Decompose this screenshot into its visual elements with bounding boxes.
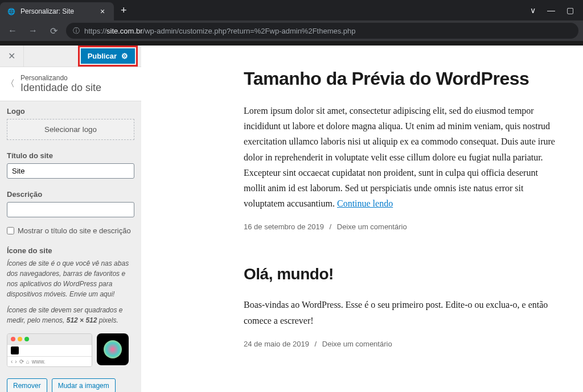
site-icon-label: Ícone do site xyxy=(7,246,134,255)
window-controls: ∨ — ▢ xyxy=(530,6,583,15)
tagline-label: Descrição xyxy=(7,190,134,199)
gear-icon[interactable]: ⚙ xyxy=(121,52,128,60)
post-body: Boas-vindas ao WordPress. Esse é o seu p… xyxy=(244,297,556,328)
customizer-sidebar: ✕ Publicar ⚙ 〈 Personalizando Identidade… xyxy=(0,46,141,392)
tagline-control: Descrição xyxy=(0,184,141,223)
site-icon-description-2: Ícones de site devem ser quadrados e med… xyxy=(7,305,134,325)
post-title[interactable]: Olá, mundo! xyxy=(244,265,556,283)
url-text: https://site.com.br/wp-admin/customize.p… xyxy=(84,27,356,35)
site-icon-preview: ‹ › ⟳ ⌂ www. xyxy=(7,331,134,367)
traffic-light-red-icon xyxy=(11,337,15,341)
section-title: Identidade do site xyxy=(20,82,101,94)
post-meta: 16 de setembro de 2019 / Deixe um coment… xyxy=(244,222,556,231)
site-icon-large-preview xyxy=(97,333,129,365)
tab-title: Personalizar: Site xyxy=(20,7,93,15)
site-title-input[interactable] xyxy=(7,163,134,179)
remove-icon-button[interactable]: Remover xyxy=(7,378,47,392)
post-comment-link[interactable]: Deixe um comentário xyxy=(337,222,407,231)
publish-button[interactable]: Publicar ⚙ xyxy=(81,48,135,64)
content-area: ✕ Publicar ⚙ 〈 Personalizando Identidade… xyxy=(0,41,583,392)
browser-tab-bar: 🌐 Personalizar: Site × + ∨ — ▢ xyxy=(0,0,583,20)
close-customizer-button[interactable]: ✕ xyxy=(0,46,24,67)
browser-tab[interactable]: 🌐 Personalizar: Site × xyxy=(0,2,114,20)
window-minimize-button[interactable]: — xyxy=(547,6,555,15)
section-header: 〈 Personalizando Identidade do site xyxy=(0,67,141,101)
site-preview[interactable]: Tamanho da Prévia do WordPress Lorem ips… xyxy=(141,46,583,392)
reload-button[interactable]: ⟳ xyxy=(46,26,61,36)
window-minimize-icon[interactable]: ∨ xyxy=(530,6,536,15)
logo-label: Logo xyxy=(7,107,134,115)
breadcrumb: Personalizando xyxy=(20,74,101,82)
preview-url: www. xyxy=(32,358,46,365)
site-icon-buttons: Remover Mudar a imagem xyxy=(0,373,141,392)
preview-home-icon: ⌂ xyxy=(26,358,30,365)
select-logo-button[interactable]: Selecionar logo xyxy=(7,119,134,140)
tab-favicon-icon: 🌐 xyxy=(7,7,16,16)
traffic-light-green-icon xyxy=(24,337,29,341)
logo-control: Logo Selecionar logo xyxy=(0,101,141,146)
forward-button[interactable]: → xyxy=(25,26,41,36)
customizer-header: ✕ Publicar ⚙ xyxy=(0,46,141,67)
new-tab-button[interactable]: + xyxy=(114,5,134,16)
continue-reading-link[interactable]: Continue lendo xyxy=(337,199,393,208)
tagline-input[interactable] xyxy=(7,202,134,217)
section-back-button[interactable]: 〈 xyxy=(6,78,20,90)
preview-reload-icon: ⟳ xyxy=(19,358,24,365)
display-title-control: Mostrar o título do site e descrição xyxy=(0,223,141,241)
display-title-checkbox[interactable] xyxy=(7,227,14,234)
browser-nav-bar: ← → ⟳ ⓘ https://site.com.br/wp-admin/cus… xyxy=(0,20,583,41)
address-bar[interactable]: ⓘ https://site.com.br/wp-admin/customize… xyxy=(66,23,578,39)
post-meta: 24 de maio de 2019 / Deixe um comentário xyxy=(244,340,556,348)
preview-favicon-icon xyxy=(11,346,19,354)
browser-preview-mock: ‹ › ⟳ ⌂ www. xyxy=(7,333,92,367)
publish-highlight: Publicar ⚙ xyxy=(78,46,138,67)
display-title-label[interactable]: Mostrar o título do site e descrição xyxy=(18,226,131,235)
close-tab-icon[interactable]: × xyxy=(98,7,107,16)
change-icon-button[interactable]: Mudar a imagem xyxy=(52,378,116,392)
post-date[interactable]: 24 de maio de 2019 xyxy=(244,340,309,348)
post-date[interactable]: 16 de setembro de 2019 xyxy=(244,222,324,231)
bird-icon xyxy=(104,340,122,358)
site-title-label: Título do site xyxy=(7,151,134,160)
back-button[interactable]: ← xyxy=(5,26,20,36)
site-title-control: Título do site xyxy=(0,146,141,184)
preview-chevron-right-icon: › xyxy=(15,358,17,365)
preview-chevron-left-icon: ‹ xyxy=(11,358,13,365)
post-comment-link[interactable]: Deixe um comentário xyxy=(322,340,392,348)
window-maximize-button[interactable]: ▢ xyxy=(566,6,574,15)
post-body: Lorem ipsum dolor sit amet, consectetur … xyxy=(244,103,556,211)
post-title[interactable]: Tamanho da Prévia do WordPress xyxy=(244,68,556,89)
traffic-light-yellow-icon xyxy=(18,337,22,341)
site-icon-description-1: Ícones de site é o que você vê nas abas … xyxy=(7,258,134,299)
site-icon-section: Ícone do site Ícones de site é o que voc… xyxy=(0,241,141,373)
info-icon: ⓘ xyxy=(73,26,80,36)
